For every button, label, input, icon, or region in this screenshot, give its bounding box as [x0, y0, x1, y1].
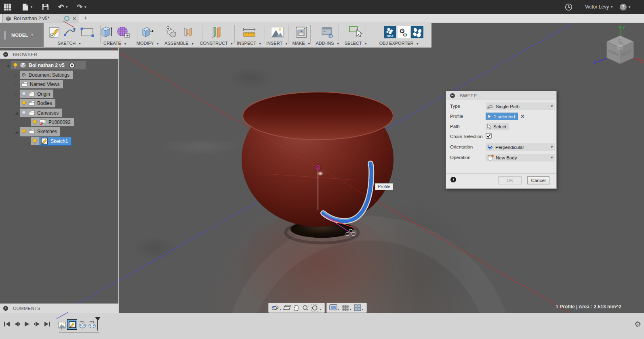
obj-exporter-menu[interactable]: OBJ EXPORTER ▼	[379, 41, 419, 46]
sketch-point[interactable]	[349, 229, 352, 232]
bulb-on-icon[interactable]	[32, 138, 37, 144]
tree-row-document-settings[interactable]: ▷ ⚙ Document Settings	[15, 71, 73, 79]
file-menu-caret[interactable]: ▼	[30, 5, 33, 9]
collapsed-triangle-icon[interactable]: ▷	[15, 92, 20, 96]
viewports-icon[interactable]	[353, 303, 362, 312]
workspace-caret[interactable]: ▼	[31, 33, 34, 37]
undo-caret[interactable]: ▼	[65, 5, 68, 9]
sync-status-icon[interactable]	[64, 16, 69, 21]
sketch-point[interactable]	[346, 232, 349, 236]
tree-row-named-views[interactable]: ▷ Named Views	[15, 80, 63, 88]
activate-radio-icon[interactable]	[69, 62, 75, 69]
construct-plane-icon[interactable]	[209, 25, 224, 39]
browser-header[interactable]: − BROWSER	[0, 50, 118, 59]
timeline-skip-start-icon[interactable]	[2, 320, 11, 328]
undo-icon[interactable]: ↶▼	[58, 2, 68, 12]
expand-triangle-icon[interactable]: ◢	[15, 130, 20, 134]
bulb-on-icon[interactable]	[32, 119, 37, 125]
obj-export-icon[interactable]: OBJ	[383, 25, 397, 39]
create-menu[interactable]: CREATE ▼	[103, 41, 127, 46]
insert-image-icon[interactable]	[270, 25, 284, 39]
timeline-settings-gear-icon[interactable]: ⚙	[634, 320, 641, 329]
orientation-caret-icon[interactable]: ▼	[550, 145, 554, 149]
insert-menu[interactable]: INSERT ▼	[266, 41, 288, 46]
redo-icon[interactable]: ↷▼	[77, 2, 87, 12]
chain-selection-checkbox[interactable]	[486, 133, 492, 139]
root-node[interactable]: Bol nathan 2 v5	[11, 61, 86, 69]
tree-row-canvases[interactable]: ◢ Canvases	[15, 109, 62, 117]
timeline-revolve-feature[interactable]	[78, 320, 87, 329]
expand-triangle-icon[interactable]: ◢	[6, 63, 11, 67]
help-caret[interactable]: ▼	[628, 5, 631, 9]
help-menu[interactable]: ? ▼	[620, 2, 631, 12]
exporter-settings-icon[interactable]: ⚙⚙	[396, 25, 411, 39]
create-form-icon[interactable]	[116, 25, 130, 39]
assemble-menu[interactable]: ASSEMBLE ▼	[164, 41, 194, 46]
panel-resize-handle[interactable]	[118, 23, 119, 313]
sweep-dialog-header[interactable]: − SWEEP	[446, 91, 556, 100]
3d-print-icon[interactable]	[294, 25, 309, 39]
construct-menu[interactable]: CONSTRUCT ▼	[200, 41, 234, 46]
scripts-addins-icon[interactable]: >-⚙	[320, 25, 335, 39]
bulb-on-icon[interactable]	[21, 129, 26, 134]
joint-icon[interactable]	[181, 25, 195, 39]
viewcube[interactable]: TOP FRONT RIGHT Z X Y	[593, 25, 643, 65]
orbit-icon[interactable]	[270, 303, 280, 312]
profile-selection-button[interactable]: 1 selected	[486, 113, 518, 120]
tree-row-bodies[interactable]: ▷ Bodies	[15, 99, 55, 107]
collapsed-triangle-icon[interactable]: ▷	[15, 101, 20, 105]
zoom-icon[interactable]: ±	[301, 303, 311, 312]
info-icon[interactable]: i	[450, 177, 456, 182]
bulb-on-icon[interactable]	[21, 100, 26, 106]
user-menu-caret[interactable]: ▼	[610, 5, 613, 9]
sketch-point[interactable]	[352, 232, 355, 236]
workspace-switcher[interactable]: MODEL ▼	[0, 23, 44, 47]
bulb-off-icon[interactable]	[21, 110, 26, 116]
collapse-browser-icon[interactable]: −	[3, 52, 8, 57]
new-solid-icon[interactable]	[99, 25, 114, 39]
type-dropdown[interactable]: Single Path ▼	[486, 103, 555, 110]
press-pull-icon[interactable]	[140, 25, 155, 39]
sketch1-selected-node[interactable]: Sketch1	[39, 137, 72, 146]
user-menu[interactable]: Victor Levy ▼	[585, 2, 613, 12]
sketch-menu[interactable]: SKETCH ▼	[58, 41, 82, 46]
orbit-caret[interactable]: ▼	[279, 308, 282, 311]
measure-icon[interactable]	[242, 25, 257, 39]
type-caret-icon[interactable]: ▼	[550, 105, 554, 108]
timeline-skip-end-icon[interactable]	[43, 320, 52, 328]
app-grid-icon[interactable]	[4, 2, 11, 12]
bowl-opening[interactable]	[243, 92, 393, 140]
inspect-menu[interactable]: INSPECT ▼	[237, 41, 261, 46]
save-icon[interactable]	[42, 2, 49, 12]
look-at-icon[interactable]	[282, 303, 292, 312]
zoom-window-caret[interactable]: ▼	[319, 308, 322, 311]
expand-triangle-icon[interactable]: ◢	[15, 111, 20, 115]
viewports-caret[interactable]: ▼	[361, 308, 364, 311]
orientation-dropdown[interactable]: Perpendicular ▼	[486, 143, 555, 151]
new-tab-button[interactable]: +	[82, 14, 89, 21]
make-menu[interactable]: MAKE ▼	[292, 41, 310, 46]
zoom-window-icon[interactable]	[311, 303, 320, 312]
bulb-off-icon[interactable]	[21, 91, 26, 97]
toolbar-grip[interactable]	[4, 31, 5, 40]
operation-dropdown[interactable]: ✱ New Body ▼	[486, 154, 555, 161]
cancel-button[interactable]: Cancel	[527, 176, 549, 184]
ok-button[interactable]: OK	[498, 176, 522, 184]
document-tab[interactable]: Bol nathan 2 v5* ✕	[2, 14, 79, 23]
select-menu[interactable]: SELECT ▼	[345, 41, 368, 46]
grid-caret[interactable]: ▼	[349, 308, 352, 311]
help-icon[interactable]: ?	[620, 4, 627, 10]
bulb-on-icon[interactable]	[13, 63, 18, 68]
create-sketch-icon[interactable]	[47, 25, 62, 39]
sweep-dialog[interactable]: − SWEEP Type Single Path ▼ Profile 1 sel…	[446, 91, 557, 189]
timeline-canvas-feature[interactable]	[57, 320, 66, 329]
grid-icon[interactable]	[341, 303, 350, 312]
path-select-button[interactable]: Select	[486, 123, 509, 130]
timeline-playhead[interactable]	[95, 316, 101, 331]
tree-row-canvas-image[interactable]: P1080092	[31, 118, 74, 126]
tree-row-sketch1[interactable]: Sketch1	[31, 137, 72, 145]
timeline-step-back-icon[interactable]	[13, 320, 21, 328]
file-menu-icon[interactable]: ▼	[22, 2, 33, 12]
clear-profile-icon[interactable]: ✕	[520, 113, 525, 119]
collapsed-triangle-icon[interactable]: ▷	[15, 82, 20, 86]
